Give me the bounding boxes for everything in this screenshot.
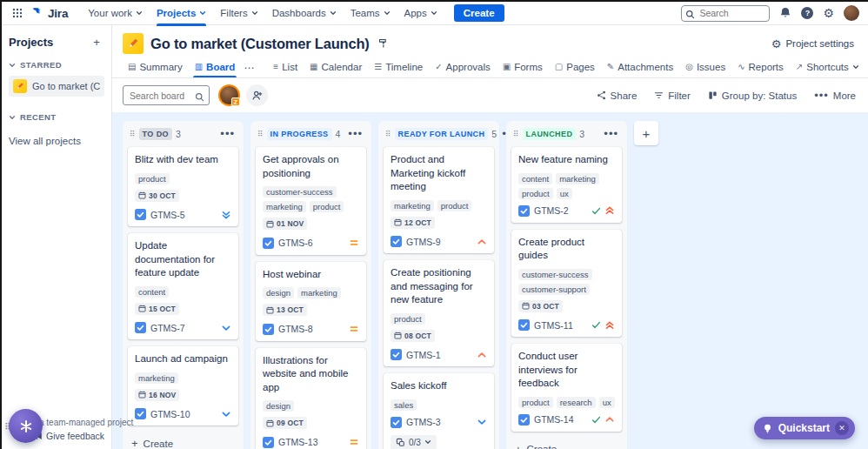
tab-reports[interactable]: ∿Reports xyxy=(732,57,789,77)
card-title: Create product guides xyxy=(518,236,615,263)
share-button[interactable]: Share xyxy=(597,90,638,101)
tag-marketing: marketing xyxy=(135,372,178,384)
task-type-icon xyxy=(135,209,146,220)
issue-card-gtms-8[interactable]: Host webinardesignmarketing13 OCT GTMS-8 xyxy=(256,262,366,341)
card-tags: productresearchux xyxy=(518,397,615,408)
drag-handle-icon[interactable]: ⠿ xyxy=(130,131,136,138)
gear-icon: ⚙ xyxy=(771,38,782,50)
tab-attachments[interactable]: ✎Attachments xyxy=(602,57,678,77)
nav-item-apps[interactable]: Apps xyxy=(398,3,444,23)
project-header: Go to market (Customer Launch) ⚙ Project… xyxy=(112,25,868,56)
issue-card-gtms-5[interactable]: Blitz with dev teamproduct30 OCT GTMS-5 xyxy=(128,147,238,226)
nav-item-projects[interactable]: Projects xyxy=(150,3,212,23)
chevron-down-icon xyxy=(9,62,16,69)
app-switcher-icon[interactable] xyxy=(9,4,26,22)
issue-card-gtms-7[interactable]: Update documentation for feature updatec… xyxy=(128,233,238,339)
board-member-avatar[interactable]: Z xyxy=(218,84,240,106)
tag-sales: sales xyxy=(391,399,417,411)
card-footer: GTMS-3 xyxy=(391,417,487,428)
card-title: Illustrations for website and mobile app xyxy=(263,354,359,395)
tab-pages[interactable]: ▢Pages xyxy=(550,57,600,77)
tab-approvals[interactable]: ✓Approvals xyxy=(430,57,496,77)
issue-card-gtms-9[interactable]: Product and Marketing kickoff meetingmar… xyxy=(384,147,494,253)
column-header: ⠿ TO DO 3 ••• xyxy=(128,126,238,147)
give-feedback-link[interactable]: Give feedback xyxy=(34,431,104,441)
card-footer: GTMS-13 xyxy=(263,437,359,448)
card-footer: GTMS-9 xyxy=(391,236,487,247)
add-project-button[interactable]: + xyxy=(89,34,104,50)
sidebar-item-go-to-market[interactable]: Go to market (Custo... xyxy=(9,76,104,97)
issue-card-gtms-6[interactable]: Get approvals on positioningcustomer-suc… xyxy=(256,147,366,255)
settings-gear-icon[interactable]: ⚙ xyxy=(823,7,834,19)
tab-timeline[interactable]: ☰Timeline xyxy=(369,57,428,77)
nav-item-filters[interactable]: Filters xyxy=(214,3,264,23)
sidebar-section-starred[interactable]: STARRED xyxy=(9,60,104,70)
tab-board[interactable]: ▥Board xyxy=(190,57,241,77)
task-type-icon xyxy=(518,205,530,217)
column-menu-icon[interactable]: ••• xyxy=(346,132,364,136)
subtask-expand-button[interactable]: 0/3 xyxy=(391,435,437,449)
nav-item-teams[interactable]: Teams xyxy=(344,3,397,23)
drag-handle-icon[interactable]: ⠿ xyxy=(257,131,264,138)
issue-key: GTMS-2 xyxy=(534,205,569,216)
card-tags: design xyxy=(263,400,359,412)
done-check-icon xyxy=(591,415,601,425)
avatar-badge: Z xyxy=(231,97,240,106)
card-tags: marketing xyxy=(135,372,231,384)
project-avatar-icon xyxy=(123,33,144,54)
issue-card-gtms-11[interactable]: Create product guidescustomer-successcus… xyxy=(511,230,622,338)
column-menu-icon[interactable]: ••• xyxy=(602,132,620,136)
task-type-icon xyxy=(391,349,402,360)
sidebar-section-recent[interactable]: RECENT xyxy=(9,112,104,122)
issue-card-gtms-14[interactable]: Conduct user interviews for feedbackprod… xyxy=(511,344,622,432)
notifications-bell-icon[interactable] xyxy=(779,7,791,19)
tab-list[interactable]: ≡List xyxy=(268,57,303,77)
tab-summary[interactable]: ▤Summary xyxy=(123,57,188,77)
group-by-icon xyxy=(708,90,718,100)
more-button[interactable]: ••• More xyxy=(814,90,856,101)
priority-medium-icon xyxy=(349,437,359,447)
jira-logo[interactable]: Jira xyxy=(31,5,68,22)
tag-content: content xyxy=(518,173,552,184)
quickstart-button[interactable]: Quickstart ✕ xyxy=(754,417,855,439)
brush-icon[interactable] xyxy=(378,38,389,49)
tag-product: product xyxy=(135,173,170,184)
nav-item-your-work[interactable]: Your work xyxy=(82,3,149,23)
tab-calendar[interactable]: ▦Calendar xyxy=(304,57,367,77)
due-date-chip: 03 OCT xyxy=(518,300,563,312)
issue-card-gtms-13[interactable]: Illustrations for website and mobile app… xyxy=(256,348,366,449)
issue-card-gtms-2[interactable]: New feature namingcontentmarketingproduc… xyxy=(511,147,622,223)
user-avatar[interactable] xyxy=(844,5,859,21)
help-icon[interactable]: ? xyxy=(801,7,813,19)
due-date-chip: 30 OCT xyxy=(135,190,179,202)
drag-handle-icon[interactable]: ⠿ xyxy=(513,131,519,138)
issue-key: GTMS-13 xyxy=(278,437,318,447)
drag-handle-icon[interactable]: ⠿ xyxy=(385,131,391,138)
tab-shortcuts[interactable]: ↗Shortcuts xyxy=(791,57,865,77)
filter-button[interactable]: Filter xyxy=(654,90,691,101)
issues-icon: ◎ xyxy=(685,63,693,71)
tab-issues[interactable]: ◎Issues xyxy=(680,57,731,77)
card-tags: product xyxy=(135,173,231,184)
global-create-button[interactable]: Create xyxy=(454,4,504,22)
walkthrough-bubble-button[interactable] xyxy=(9,409,43,443)
quickstart-close-icon[interactable]: ✕ xyxy=(835,421,849,435)
issue-key: GTMS-7 xyxy=(150,323,185,333)
group-by-button[interactable]: Group by: Status xyxy=(708,90,797,101)
column-menu-icon[interactable]: ••• xyxy=(218,132,237,136)
issue-card-gtms-3[interactable]: Sales kickoffsales GTMS-3 0/3 Create one… xyxy=(384,373,494,449)
column-create-button[interactable]: + Create xyxy=(128,432,238,449)
due-date-chip: 01 NOV xyxy=(263,218,307,230)
tab-forms[interactable]: ▣Forms xyxy=(497,57,548,77)
view-all-projects-link[interactable]: View all projects xyxy=(9,136,104,146)
issue-card-gtms-10[interactable]: Launch ad campaignmarketing16 NOV GTMS-1… xyxy=(128,346,238,426)
add-column-button[interactable]: + xyxy=(634,121,658,145)
nav-item-dashboards[interactable]: Dashboards xyxy=(266,3,343,23)
add-people-button[interactable] xyxy=(246,84,268,106)
issue-card-gtms-1[interactable]: Create positioning and messaging for new… xyxy=(384,260,494,366)
due-date-chip: 12 OCT xyxy=(391,217,435,229)
filter-icon xyxy=(654,90,664,100)
column-create-button[interactable]: + Create xyxy=(511,439,622,449)
project-settings-button[interactable]: ⚙ Project settings xyxy=(771,38,854,50)
tab-overflow-menu-icon[interactable]: ⋯ xyxy=(242,62,256,74)
